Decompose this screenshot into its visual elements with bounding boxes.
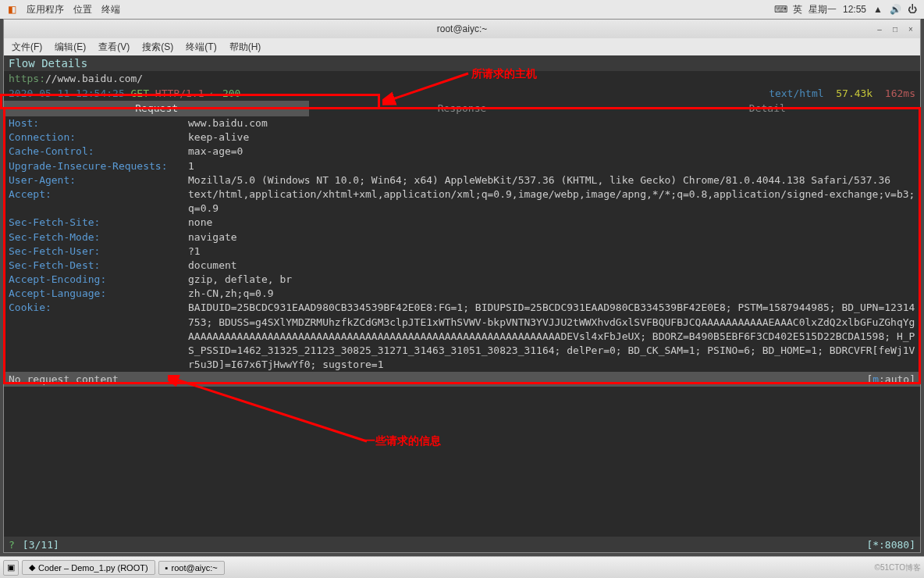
close-button[interactable]: ×	[904, 23, 917, 35]
header-key: Connection:	[9, 130, 188, 144]
keyboard-icon[interactable]: ⌨	[776, 4, 787, 15]
menu-view[interactable]: 查看(V)	[94, 39, 134, 55]
no-content-text: No request content	[9, 373, 119, 385]
terminal-icon: ▪	[165, 563, 169, 573]
header-value: text/html,application/xhtml+xml,applicat…	[188, 187, 915, 216]
header-row: Cache-Control:max-age=0	[9, 144, 915, 159]
terminal-content[interactable]: Flow Details https://www.baidu.com/ 2020…	[4, 55, 920, 552]
header-row: Sec-Fetch-Dest:document	[9, 259, 915, 273]
header-value: zh-CN,zh;q=0.9	[188, 287, 915, 301]
flow-position: [3/11]	[23, 539, 59, 551]
header-key: Sec-Fetch-Site:	[9, 216, 188, 230]
menu-places[interactable]: 位置	[73, 3, 92, 16]
header-key: Accept:	[9, 187, 188, 216]
menu-bar: 文件(F) 编辑(E) 查看(V) 搜索(S) 终端(T) 帮助(H)	[4, 38, 920, 55]
listen-port: [*:8080]	[866, 539, 915, 551]
response-time: 162ms	[885, 87, 915, 99]
clock-time: 12:55	[843, 4, 866, 15]
header-value: ?1	[188, 244, 915, 259]
annotation-label-info: 一些请求的信息	[364, 434, 441, 448]
header-value: document	[188, 259, 915, 273]
task-label-2: root@aiyc:~	[172, 563, 218, 573]
header-key: Sec-Fetch-Dest:	[9, 259, 188, 273]
taskbar: ▣ ◆ Coder – Demo_1.py (ROOT) ▪ root@aiyc…	[0, 556, 924, 578]
response-size: 57.43k	[836, 87, 872, 99]
volume-icon[interactable]: 🔊	[890, 4, 901, 15]
request-headers: Host:www.baidu.comConnection:keep-aliveC…	[4, 116, 920, 372]
mode-key: m	[872, 373, 879, 385]
arrow-icon: ←	[210, 87, 216, 99]
header-value: none	[188, 216, 915, 230]
header-row: Upgrade-Insecure-Requests:1	[9, 159, 915, 173]
header-row: Sec-Fetch-Mode:navigate	[9, 230, 915, 244]
header-key: User-Agent:	[9, 173, 188, 187]
tab-detail[interactable]: Detail	[615, 101, 920, 116]
menu-applications[interactable]: 应用程序	[27, 3, 64, 16]
menu-file[interactable]: 文件(F)	[7, 39, 47, 55]
window-title-bar: root@aiyc:~ – □ ×	[4, 20, 920, 38]
request-url: https://www.baidu.com/	[4, 71, 920, 86]
task-item-coder[interactable]: ◆ Coder – Demo_1.py (ROOT)	[22, 560, 155, 575]
task-label-1: Coder – Demo_1.py (ROOT)	[38, 563, 148, 573]
header-value: max-age=0	[188, 144, 915, 159]
annotation-label-host: 所请求的主机	[471, 67, 537, 81]
menu-edit[interactable]: 编辑(E)	[50, 39, 91, 55]
header-value: Mozilla/5.0 (Windows NT 10.0; Win64; x64…	[188, 173, 915, 187]
header-row: Sec-Fetch-Site:none	[9, 216, 915, 230]
help-indicator[interactable]: ?	[9, 539, 15, 551]
flow-details-header: Flow Details	[4, 55, 920, 71]
tab-request[interactable]: Request	[4, 101, 309, 116]
task-item-terminal[interactable]: ▪ root@aiyc:~	[158, 561, 225, 575]
header-value: navigate	[188, 230, 915, 244]
timestamp: 2020-05-11 12:54:25	[9, 87, 125, 99]
header-row: Accept:text/html,application/xhtml+xml,a…	[9, 187, 915, 216]
header-key: Accept-Encoding:	[9, 273, 188, 287]
header-key: Accept-Language:	[9, 287, 188, 301]
header-row: Host:www.baidu.com	[9, 116, 915, 130]
no-content-bar: No request content [m:auto]	[4, 372, 920, 387]
http-method: GET	[131, 87, 149, 99]
url-scheme: https:	[9, 73, 45, 84]
url-rest: //www.baidu.com/	[45, 73, 143, 84]
menu-terminal-app[interactable]: 终端(T)	[181, 39, 221, 55]
header-value: 1	[188, 159, 915, 173]
tab-bar: Request Response Detail	[4, 101, 920, 116]
header-value: keep-alive	[188, 130, 915, 144]
menu-terminal[interactable]: 终端	[101, 3, 120, 16]
header-key: Sec-Fetch-User:	[9, 244, 188, 259]
mode-value: :auto	[879, 373, 909, 385]
status-line: 2020-05-11 12:54:25 GET HTTP/1.1 ← 200 t…	[4, 86, 920, 101]
header-key: Upgrade-Insecure-Requests:	[9, 159, 188, 173]
clock-day: 星期一	[808, 3, 837, 16]
terminal-window: root@aiyc:~ – □ × 文件(F) 编辑(E) 查看(V) 搜索(S…	[3, 19, 921, 553]
http-proto: HTTP/1.1	[155, 87, 204, 99]
content-type: text/html	[769, 87, 823, 99]
pycharm-icon: ◆	[29, 562, 35, 573]
header-key: Sec-Fetch-Mode:	[9, 230, 188, 244]
watermark: ©51CTO博客	[875, 562, 921, 573]
minimize-button[interactable]: –	[873, 23, 886, 35]
tab-response[interactable]: Response	[309, 101, 614, 116]
header-key: Cookie:	[9, 301, 188, 372]
menu-search[interactable]: 搜索(S)	[137, 39, 178, 55]
input-lang[interactable]: 英	[793, 3, 802, 16]
menu-help[interactable]: 帮助(H)	[225, 39, 266, 55]
header-row: Accept-Encoding:gzip, deflate, br	[9, 273, 915, 287]
header-row: Accept-Language:zh-CN,zh;q=0.9	[9, 287, 915, 301]
header-value: www.baidu.com	[188, 116, 915, 130]
maximize-button[interactable]: □	[889, 23, 901, 35]
header-row: Cookie:BAIDUID=25BCDC931EAAD980CB334539B…	[9, 301, 915, 372]
activities-icon[interactable]: ◧	[6, 4, 17, 15]
header-value: gzip, deflate, br	[188, 273, 915, 287]
header-row: User-Agent:Mozilla/5.0 (Windows NT 10.0;…	[9, 173, 915, 187]
power-icon[interactable]: ⏻	[907, 4, 918, 15]
header-key: Host:	[9, 116, 188, 130]
header-value: BAIDUID=25BCDC931EAAD980CB334539BF42E0E8…	[188, 301, 915, 372]
header-row: Connection:keep-alive	[9, 130, 915, 144]
header-key: Cache-Control:	[9, 144, 188, 159]
network-icon[interactable]: ▲	[872, 4, 883, 15]
show-desktop-button[interactable]: ▣	[3, 560, 19, 576]
window-title: root@aiyc:~	[437, 23, 488, 34]
mitm-status-bar: ? [3/11] [*:8080]	[4, 537, 920, 552]
gnome-top-bar: ◧ 应用程序 位置 终端 ⌨ 英 星期一 12:55 ▲ 🔊 ⏻	[0, 0, 924, 19]
